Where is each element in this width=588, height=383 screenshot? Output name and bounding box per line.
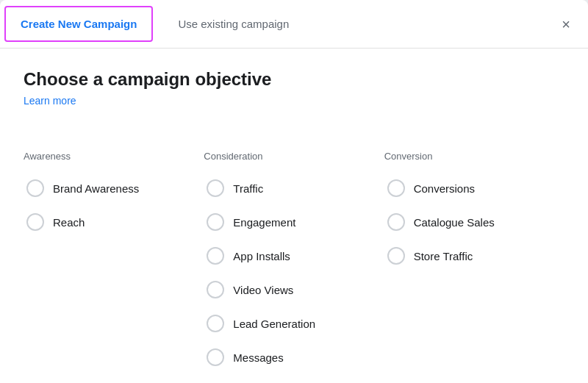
- list-item[interactable]: Lead Generation: [204, 309, 384, 338]
- awareness-column: Awareness Brand Awareness Reach: [24, 151, 204, 372]
- option-label-brand-awareness: Brand Awareness: [53, 182, 139, 195]
- close-button[interactable]: ×: [556, 14, 576, 35]
- conversion-option-list: Conversions Catalogue Sales Store Traffi…: [384, 173, 564, 271]
- radio-messages[interactable]: [207, 348, 224, 366]
- consideration-option-list: Traffic Engagement App Installs Video Vi…: [204, 173, 384, 372]
- radio-app-installs[interactable]: [207, 247, 224, 265]
- learn-more-link[interactable]: Learn more: [24, 95, 76, 107]
- consideration-column-title: Consideration: [204, 151, 384, 162]
- option-label-video-views: Video Views: [233, 284, 293, 296]
- modal-body: Choose a campaign objective Learn more A…: [0, 49, 588, 383]
- radio-store-traffic[interactable]: [387, 247, 405, 265]
- list-item[interactable]: Store Traffic: [384, 241, 564, 271]
- radio-reach[interactable]: [26, 213, 44, 231]
- option-label-reach: Reach: [53, 216, 85, 229]
- list-item[interactable]: Catalogue Sales: [384, 207, 564, 237]
- radio-video-views[interactable]: [207, 281, 224, 298]
- list-item[interactable]: Messages: [204, 343, 384, 372]
- list-item[interactable]: Traffic: [204, 173, 384, 203]
- tab-use-existing-campaign[interactable]: Use existing campaign: [157, 6, 309, 42]
- list-item[interactable]: App Installs: [204, 241, 384, 271]
- conversion-column-title: Conversion: [384, 151, 564, 162]
- objectives-grid: Awareness Brand Awareness Reach Consider…: [24, 151, 564, 372]
- option-label-engagement: Engagement: [233, 216, 295, 229]
- radio-engagement[interactable]: [207, 213, 224, 231]
- option-label-store-traffic: Store Traffic: [414, 250, 473, 262]
- page-title: Choose a campaign objective: [24, 69, 564, 90]
- list-item[interactable]: Video Views: [204, 275, 384, 304]
- campaign-modal: Create New Campaign Use existing campaig…: [0, 0, 588, 383]
- awareness-option-list: Brand Awareness Reach: [24, 173, 204, 237]
- option-label-app-installs: App Installs: [233, 250, 290, 262]
- list-item[interactable]: Conversions: [384, 173, 564, 203]
- list-item[interactable]: Reach: [24, 207, 204, 237]
- radio-traffic[interactable]: [207, 179, 224, 197]
- option-label-lead-generation: Lead Generation: [233, 318, 315, 330]
- option-label-traffic: Traffic: [233, 182, 263, 195]
- option-label-catalogue-sales: Catalogue Sales: [414, 216, 495, 229]
- list-item[interactable]: Engagement: [204, 207, 384, 237]
- conversion-column: Conversion Conversions Catalogue Sales S…: [384, 151, 564, 372]
- tab-bar: Create New Campaign Use existing campaig…: [0, 0, 588, 49]
- option-label-conversions: Conversions: [414, 182, 475, 195]
- radio-brand-awareness[interactable]: [26, 179, 44, 197]
- list-item[interactable]: Brand Awareness: [24, 173, 204, 203]
- radio-lead-generation[interactable]: [207, 315, 224, 332]
- option-label-messages: Messages: [233, 351, 283, 364]
- radio-conversions[interactable]: [387, 179, 405, 197]
- radio-catalogue-sales[interactable]: [387, 213, 405, 231]
- consideration-column: Consideration Traffic Engagement App Ins…: [204, 151, 384, 372]
- tab-create-new-campaign[interactable]: Create New Campaign: [4, 6, 153, 42]
- awareness-column-title: Awareness: [24, 151, 204, 162]
